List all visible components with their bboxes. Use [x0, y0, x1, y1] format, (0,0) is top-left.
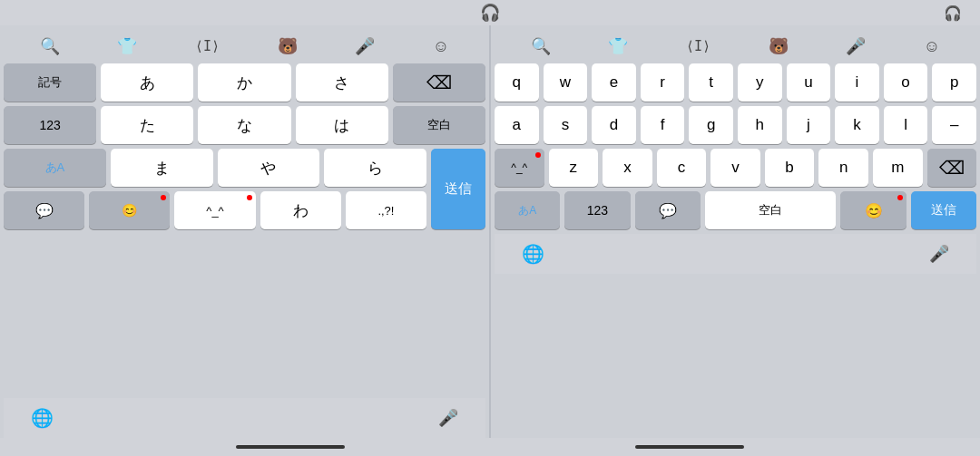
dash-key[interactable]: – — [932, 106, 976, 144]
g-key[interactable]: g — [689, 106, 733, 144]
x-key[interactable]: x — [603, 149, 652, 187]
a-key[interactable]: あ — [101, 63, 193, 102]
t-key[interactable]: t — [689, 63, 733, 102]
mic-icon-right[interactable]: 🎤 — [929, 244, 949, 264]
caret-key-left[interactable]: ^_^ — [174, 191, 255, 229]
q-key[interactable]: q — [495, 63, 539, 102]
home-indicator-left — [236, 445, 345, 449]
keyboards-wrapper: 🔍 👕 ⟨I⟩ 🐻 🎤 ☺ 記号 あ か さ ⌫ 123 た な は 空白 — [0, 25, 980, 438]
space-key-right[interactable]: 空白 — [705, 191, 837, 229]
v-key[interactable]: v — [710, 149, 760, 187]
z-key[interactable]: z — [549, 149, 599, 187]
r-key[interactable]: r — [641, 63, 685, 102]
n-key[interactable]: n — [818, 149, 868, 187]
ta-key[interactable]: た — [101, 106, 193, 144]
123-key-right[interactable]: 123 — [564, 191, 630, 229]
mic-icon-r[interactable]: 🎤 — [840, 34, 871, 58]
shirt-icon-r[interactable]: 👕 — [603, 34, 633, 58]
backspace-key-right[interactable]: ⌫ — [927, 149, 977, 187]
bear-icon-r[interactable]: 🐻 — [763, 34, 794, 58]
l-key[interactable]: l — [884, 106, 928, 144]
a-qwerty-key[interactable]: a — [495, 106, 539, 144]
right-bottom-bar: 🌐 🎤 — [495, 234, 976, 274]
left-keyboard: 🔍 👕 ⟨I⟩ 🐻 🎤 ☺ 記号 あ か さ ⌫ 123 た な は 空白 — [0, 25, 489, 438]
na-key[interactable]: な — [198, 106, 290, 144]
emoji-key-left[interactable]: 😊 — [89, 191, 170, 229]
right-row-2: a s d f g h j k l – — [495, 106, 976, 144]
right-keyboard: 🔍 👕 ⟨I⟩ 🐻 🎤 ☺ q w e r t y u i o p a s d … — [491, 25, 980, 438]
c-key[interactable]: c — [657, 149, 707, 187]
globe-icon-left[interactable]: 🌐 — [31, 407, 54, 429]
left-row-3-4: あA ま や ら 💬 😊 ^_^ わ .,?! — [4, 149, 485, 393]
punct-key[interactable]: .,?! — [346, 191, 426, 229]
y-key[interactable]: y — [738, 63, 782, 102]
smile-icon[interactable]: ☺ — [427, 35, 455, 58]
left-bottom-bar: 🌐 🎤 — [4, 398, 485, 438]
ha-key[interactable]: は — [296, 106, 388, 144]
right-row-4: あA 123 💬 空白 😊 送信 — [495, 191, 976, 229]
right-status-icon: 🎧 — [944, 5, 962, 22]
wa-key[interactable]: わ — [260, 191, 341, 229]
sa-key[interactable]: さ — [296, 63, 388, 102]
smile-icon-r[interactable]: ☺ — [918, 35, 946, 58]
f-key[interactable]: f — [641, 106, 685, 144]
kigo-key[interactable]: 記号 — [4, 63, 96, 102]
right-row-1: q w e r t y u i o p — [495, 63, 976, 102]
globe-icon-right[interactable]: 🌐 — [522, 243, 544, 265]
d-key[interactable]: d — [592, 106, 636, 144]
emoji-key-right[interactable]: 😊 — [840, 191, 906, 229]
ra-key[interactable]: ら — [324, 149, 426, 187]
bear-icon[interactable]: 🐻 — [272, 34, 303, 58]
u-key[interactable]: u — [787, 63, 831, 102]
ka-key[interactable]: か — [198, 63, 290, 102]
center-status-icon: 🎧 — [480, 3, 500, 23]
chat-key-right[interactable]: 💬 — [635, 191, 701, 229]
home-indicator-bar — [0, 438, 980, 456]
p-key[interactable]: p — [932, 63, 976, 102]
backspace-key[interactable]: ⌫ — [393, 63, 485, 102]
space-key-left[interactable]: 空白 — [393, 106, 485, 144]
ya-key[interactable]: や — [218, 149, 320, 187]
home-indicator-right — [635, 445, 744, 449]
k-key[interactable]: k — [835, 106, 879, 144]
left-row-1: 記号 あ か さ ⌫ — [4, 63, 485, 102]
123-key[interactable]: 123 — [4, 106, 96, 144]
input-icon-r[interactable]: ⟨I⟩ — [681, 36, 716, 56]
mic-icon-left[interactable]: 🎤 — [438, 408, 458, 428]
search-icon[interactable]: 🔍 — [34, 34, 65, 58]
shirt-icon[interactable]: 👕 — [112, 34, 142, 58]
right-emoji-bar: 🔍 👕 ⟨I⟩ 🐻 🎤 ☺ — [495, 29, 976, 63]
aa-key[interactable]: あA — [4, 149, 106, 187]
right-row-3: ^_^ z x c v b n m ⌫ — [495, 149, 976, 187]
aa-key-right[interactable]: あA — [495, 191, 560, 229]
b-key[interactable]: b — [765, 149, 815, 187]
w-key[interactable]: w — [544, 63, 588, 102]
caret-key-right[interactable]: ^_^ — [495, 149, 544, 187]
mic-icon[interactable]: 🎤 — [349, 34, 380, 58]
i-key[interactable]: i — [835, 63, 879, 102]
h-key[interactable]: h — [738, 106, 782, 144]
s-key[interactable]: s — [544, 106, 588, 144]
chat-key[interactable]: 💬 — [4, 191, 84, 229]
left-row-2: 123 た な は 空白 — [4, 106, 485, 144]
search-icon-r[interactable]: 🔍 — [525, 34, 556, 58]
e-key[interactable]: e — [592, 63, 636, 102]
j-key[interactable]: j — [787, 106, 831, 144]
send-key-left[interactable]: 送信 — [431, 149, 485, 229]
left-emoji-bar: 🔍 👕 ⟨I⟩ 🐻 🎤 ☺ — [4, 29, 485, 63]
send-key-right[interactable]: 送信 — [911, 191, 976, 229]
input-icon[interactable]: ⟨I⟩ — [190, 36, 225, 56]
ma-key[interactable]: ま — [111, 149, 213, 187]
top-bar: 🎧 🎧 — [0, 0, 980, 25]
m-key[interactable]: m — [873, 149, 923, 187]
o-key[interactable]: o — [884, 63, 928, 102]
